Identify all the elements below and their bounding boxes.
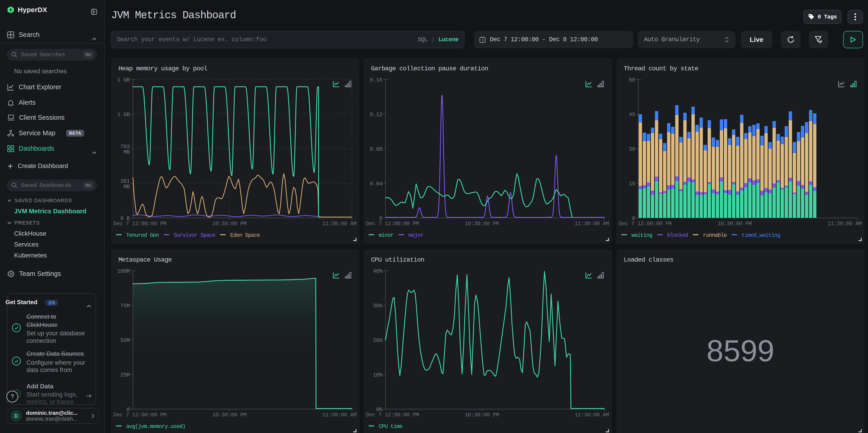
svg-text:10:30:00 PM: 10:30:00 PM [212,221,247,227]
svg-text:blocked: blocked [667,232,688,238]
svg-text:0.16: 0.16 [370,77,382,83]
svg-text:20%: 20% [373,337,383,343]
svg-text:11:30:00 AM: 11:30:00 AM [827,221,862,227]
svg-text:Garbage collection pause durat: Garbage collection pause duration [371,65,488,72]
svg-text:Tenured Gen: Tenured Gen [126,232,159,238]
svg-text:10:30:00 PM: 10:30:00 PM [212,412,247,418]
svg-text:381: 381 [120,178,130,184]
svg-text:10:30:00 PM: 10:30:00 PM [465,221,499,227]
svg-text:timed_waiting: timed_waiting [742,232,780,238]
svg-text:Dec 7 12:00:00 PM: Dec 7 12:00:00 PM [366,221,419,227]
svg-text:11:30:00 AM: 11:30:00 AM [575,412,609,418]
svg-text:CPU time: CPU time [379,424,402,430]
svg-text:10:30:00 PM: 10:30:00 PM [465,412,499,418]
svg-text:75M: 75M [120,303,130,309]
svg-text:minor: minor [379,232,394,238]
svg-text:0.12: 0.12 [370,112,382,118]
svg-text:30: 30 [629,146,635,152]
svg-text:11:30:00 AM: 11:30:00 AM [575,221,609,227]
svg-text:50M: 50M [120,337,130,343]
svg-text:CPU utilization: CPU utilization [371,256,424,264]
svg-text:MB: MB [123,149,130,155]
svg-text:MB: MB [123,184,130,190]
svg-text:Dec 7 12:00:00 PM: Dec 7 12:00:00 PM [114,221,166,227]
svg-text:Loaded classes: Loaded classes [624,256,673,264]
svg-text:waiting: waiting [631,232,652,238]
svg-text:Dec 7 12:00:00 PM: Dec 7 12:00:00 PM [619,221,672,227]
svg-text:Dec 7 12:00:00 PM: Dec 7 12:00:00 PM [114,412,166,418]
svg-text:1 GB: 1 GB [117,77,130,83]
svg-text:Eden Space: Eden Space [230,232,260,238]
svg-text:Dec 7 12:00:00 PM: Dec 7 12:00:00 PM [366,412,419,418]
svg-text:11:30:00 AM: 11:30:00 AM [322,221,356,227]
svg-text:Thread count by state: Thread count by state [624,65,698,72]
svg-text:0.04: 0.04 [370,181,382,187]
svg-text:60: 60 [629,77,635,83]
svg-text:25M: 25M [120,372,130,378]
svg-text:10:30:00 PM: 10:30:00 PM [717,221,752,227]
svg-text:1 GB: 1 GB [117,112,130,118]
svg-text:45: 45 [629,112,635,118]
svg-text:15: 15 [629,181,635,187]
svg-text:40%: 40% [373,268,383,274]
svg-text:runnable: runnable [703,232,726,238]
svg-text:Heap memory usage by pool: Heap memory usage by pool [118,65,207,72]
svg-text:100M: 100M [117,268,130,274]
svg-text:11:30:00 AM: 11:30:00 AM [322,412,356,418]
svg-text:major: major [408,232,423,238]
svg-text:Survivor Space: Survivor Space [174,232,215,238]
svg-text:10%: 10% [373,372,383,378]
svg-text:8599: 8599 [706,334,774,368]
svg-text:763: 763 [120,144,130,150]
svg-text:0.08: 0.08 [370,146,382,152]
svg-text:Metaspace Usage: Metaspace Usage [118,256,172,264]
svg-text:avg(jvm.memory.used): avg(jvm.memory.used) [126,424,185,430]
svg-text:30%: 30% [373,303,383,309]
